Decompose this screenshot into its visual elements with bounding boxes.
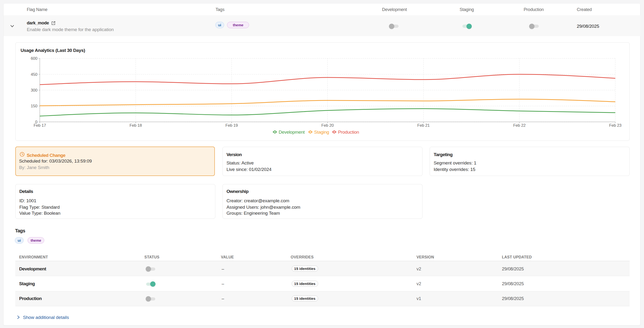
- svg-text:Development: Development: [279, 130, 305, 135]
- svg-text:Feb 18: Feb 18: [130, 123, 142, 128]
- svg-text:Staging: Staging: [314, 130, 329, 135]
- svg-text:Production: Production: [338, 130, 359, 135]
- svg-text:450: 450: [31, 72, 38, 77]
- svg-text:Feb 23: Feb 23: [609, 123, 622, 128]
- svg-text:Feb 21: Feb 21: [417, 123, 430, 128]
- svg-text:Feb 22: Feb 22: [513, 123, 526, 128]
- svg-text:Feb 17: Feb 17: [34, 123, 46, 128]
- svg-text:Feb 19: Feb 19: [225, 123, 238, 128]
- svg-text:600: 600: [31, 56, 38, 61]
- svg-text:150: 150: [31, 104, 38, 108]
- svg-text:300: 300: [31, 88, 38, 92]
- svg-text:Feb 20: Feb 20: [321, 123, 334, 128]
